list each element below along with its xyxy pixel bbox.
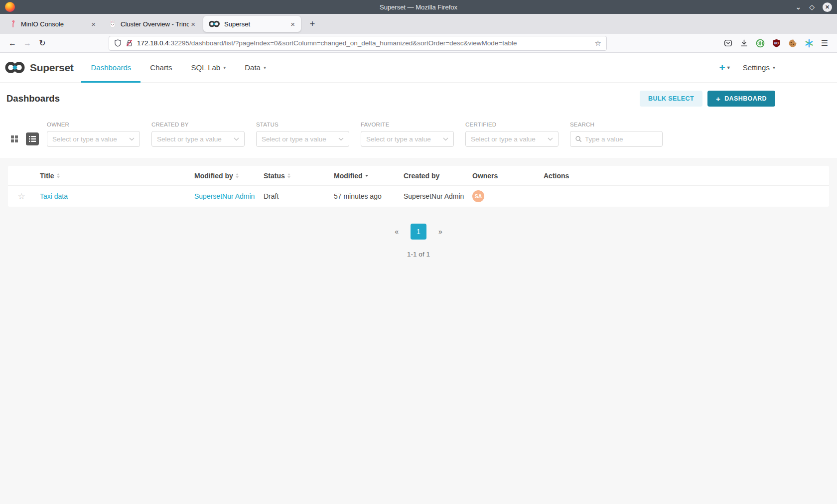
chevron-down-icon: ▾ <box>773 65 775 70</box>
owner-filter-select[interactable]: Select or type a value <box>47 131 140 147</box>
url-text[interactable]: 172.18.0.4:32295/dashboard/list/?pageInd… <box>137 39 591 47</box>
tab-close-icon[interactable]: × <box>189 20 197 28</box>
plus-icon: + <box>719 62 725 74</box>
ublock-shield-icon[interactable]: uO <box>772 39 781 47</box>
pocket-icon[interactable] <box>724 39 732 47</box>
column-header-modified-by[interactable]: Modified by <box>194 166 264 185</box>
favorite-star-icon[interactable]: ☆ <box>17 191 25 202</box>
column-label: Actions <box>544 172 569 180</box>
bulk-select-button[interactable]: BULK SELECT <box>640 91 702 107</box>
favorite-column-header <box>8 166 35 185</box>
reload-icon[interactable]: ↻ <box>35 36 50 50</box>
filter-label-owner: OWNER <box>47 122 140 127</box>
chevron-down-icon <box>129 137 135 141</box>
favorite-filter-select[interactable]: Select or type a value <box>361 131 454 147</box>
tab-title: Superset <box>224 20 288 28</box>
brand-name: Superset <box>30 62 73 74</box>
next-page-button[interactable]: » <box>438 228 442 236</box>
sort-icon <box>57 173 60 178</box>
forward-icon[interactable]: → <box>20 36 35 50</box>
column-label: Modified by <box>194 172 233 180</box>
chevron-down-icon: ▾ <box>727 65 730 70</box>
dashboard-title-link[interactable]: Taxi data <box>40 192 68 200</box>
tab-close-icon[interactable]: × <box>288 20 297 28</box>
insecure-lock-icon[interactable] <box>126 39 133 47</box>
created-by-cell: SupersetNur Admin <box>404 186 472 207</box>
new-dashboard-button[interactable]: + DASHBOARD <box>707 91 775 107</box>
column-label: Created by <box>404 172 439 180</box>
plus-icon: + <box>716 95 720 103</box>
search-label: SEARCH <box>570 122 663 127</box>
settings-label: Settings <box>743 63 770 72</box>
column-label: Modified <box>334 172 363 180</box>
column-header-created-by: Created by <box>404 166 472 185</box>
list-view-toggle[interactable] <box>26 132 39 145</box>
nav-label: Dashboards <box>91 63 131 72</box>
tab-trino[interactable]: Cluster Overview - Trino × <box>104 16 201 32</box>
page-1-button[interactable]: 1 <box>411 224 426 240</box>
status-cell: Draft <box>264 186 334 207</box>
list-icon <box>29 135 36 142</box>
nav-item-charts[interactable]: Charts <box>140 53 181 82</box>
nav-label: Charts <box>150 63 172 72</box>
shield-icon[interactable] <box>114 39 122 47</box>
filter-label-favorite: FAVORITE <box>361 122 454 127</box>
column-header-actions: Actions <box>544 166 829 185</box>
tab-superset[interactable]: Superset × <box>203 16 301 32</box>
window-close-icon[interactable]: ✕ <box>823 2 832 12</box>
owner-avatar[interactable]: SA <box>472 190 484 202</box>
select-placeholder: Select or type a value <box>471 135 548 143</box>
sort-icon <box>287 173 290 178</box>
modified-by-link[interactable]: SupersetNur Admin <box>194 192 255 200</box>
actions-cell <box>544 186 829 207</box>
column-header-title[interactable]: Title <box>35 166 194 185</box>
column-header-modified[interactable]: Modified <box>334 166 404 185</box>
nav-item-dashboards[interactable]: Dashboards <box>81 53 140 82</box>
superset-navbar: Superset Dashboards Charts SQL Lab ▾ Dat… <box>0 53 837 83</box>
window-maximize-icon[interactable]: ◇ <box>809 3 815 10</box>
tab-close-icon[interactable]: × <box>89 20 98 28</box>
window-titlebar: Superset — Mozilla Firefox ⌄ ◇ ✕ <box>0 0 837 14</box>
superset-brand[interactable]: Superset <box>5 53 73 82</box>
nav-item-sql-lab[interactable]: SQL Lab ▾ <box>182 53 236 82</box>
url-bar[interactable]: 172.18.0.4:32295/dashboard/list/?pageInd… <box>109 36 607 51</box>
sort-icon <box>236 173 239 178</box>
back-icon[interactable]: ← <box>5 36 20 50</box>
cookie-icon[interactable] <box>788 39 797 48</box>
tab-title: Cluster Overview - Trino <box>121 20 189 28</box>
downloads-icon[interactable] <box>740 39 748 47</box>
new-dashboard-label: DASHBOARD <box>724 95 767 102</box>
window-minimize-icon[interactable]: ⌄ <box>795 3 801 10</box>
firefox-logo-icon <box>5 2 15 12</box>
certified-filter-select[interactable]: Select or type a value <box>465 131 558 147</box>
window-title: Superset — Mozilla Firefox <box>0 3 837 11</box>
select-placeholder: Select or type a value <box>157 135 234 143</box>
url-host: 172.18.0.4 <box>137 39 169 47</box>
tab-minio-console[interactable]: MinIO Console × <box>4 16 102 32</box>
grid-icon <box>11 135 18 142</box>
extension-asterisk-icon[interactable] <box>805 39 814 48</box>
tab-bar: MinIO Console × Cluster Overview - Trino… <box>0 14 837 34</box>
new-tab-button[interactable]: + <box>306 17 319 30</box>
chevron-down-icon <box>234 137 239 141</box>
hamburger-menu-icon[interactable]: ☰ <box>821 38 828 48</box>
settings-menu[interactable]: Settings ▾ <box>743 63 775 72</box>
table-row: ☆ Taxi data SupersetNur Admin Draft 57 m… <box>8 186 829 207</box>
filter-label-created-by: CREATED BY <box>151 122 245 127</box>
card-view-toggle[interactable] <box>8 132 21 145</box>
bookmark-star-icon[interactable]: ☆ <box>595 39 601 48</box>
search-input[interactable] <box>585 135 658 143</box>
extension-green-icon[interactable] <box>756 39 765 48</box>
status-filter-select[interactable]: Select or type a value <box>256 131 349 147</box>
created-by-filter-select[interactable]: Select or type a value <box>151 131 245 147</box>
new-item-button[interactable]: + ▾ <box>719 62 729 74</box>
column-label: Owners <box>472 172 498 180</box>
nav-item-data[interactable]: Data ▾ <box>235 53 276 82</box>
previous-page-button[interactable]: « <box>395 228 399 236</box>
select-placeholder: Select or type a value <box>52 135 129 143</box>
svg-text:uO: uO <box>774 41 779 45</box>
nav-label: Data <box>245 63 261 72</box>
page-header: Dashboards BULK SELECT + DASHBOARD <box>0 83 837 115</box>
column-header-status[interactable]: Status <box>264 166 334 185</box>
select-placeholder: Select or type a value <box>366 135 443 143</box>
